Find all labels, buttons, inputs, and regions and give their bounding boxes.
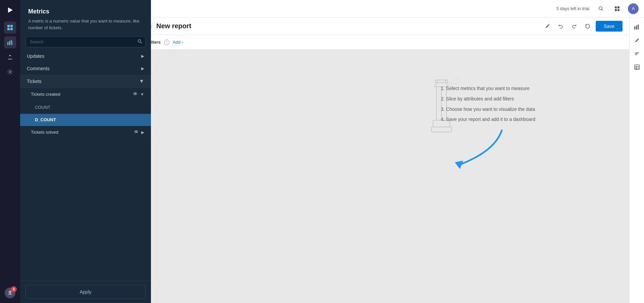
list-item-updates[interactable]: Updates ▶ bbox=[20, 50, 151, 62]
svg-point-41 bbox=[136, 131, 137, 132]
tickets-solved-label: Tickets solved bbox=[31, 130, 58, 135]
tickets-label: Tickets bbox=[27, 79, 42, 84]
modal-list: Updates ▶ Comments ▶ Tickets ▼ Tickets c… bbox=[20, 50, 151, 280]
search-input[interactable] bbox=[25, 36, 146, 47]
sub-item-count[interactable]: COUNT bbox=[20, 101, 151, 114]
tickets-solved-icons: ▶ bbox=[134, 129, 144, 135]
tickets-arrow-icon: ▼ bbox=[139, 78, 144, 84]
sub-item-tickets-solved[interactable]: Tickets solved ▶ bbox=[20, 126, 151, 139]
tickets-created-icons: ▼ bbox=[133, 91, 144, 97]
comments-arrow-icon: ▶ bbox=[141, 66, 144, 71]
svg-line-37 bbox=[141, 42, 142, 43]
tickets-created-chevron-icon[interactable]: ▼ bbox=[140, 92, 144, 97]
modal-search-area bbox=[25, 36, 146, 47]
modal-desc: A metric is a numeric value that you wan… bbox=[28, 18, 143, 31]
eye-icon[interactable] bbox=[133, 91, 138, 97]
modal-header: Metrics A metric is a numeric value that… bbox=[20, 0, 151, 36]
list-item-comments[interactable]: Comments ▶ bbox=[20, 62, 151, 75]
comments-label: Comments bbox=[27, 66, 50, 71]
svg-point-39 bbox=[135, 93, 136, 94]
apply-button[interactable]: Apply bbox=[25, 285, 146, 299]
dcount-label: D_COUNT bbox=[27, 117, 56, 122]
search-icon bbox=[138, 39, 142, 45]
tickets-solved-arrow-icon[interactable]: ▶ bbox=[141, 130, 144, 135]
sub-item-tickets-created[interactable]: Tickets created ▼ bbox=[20, 88, 151, 101]
tickets-created-label: Tickets created bbox=[31, 92, 60, 97]
count-label: COUNT bbox=[35, 105, 50, 110]
modal-overlay: Metrics A metric is a numeric value that… bbox=[0, 0, 644, 303]
svg-point-36 bbox=[138, 40, 141, 42]
modal-title: Metrics bbox=[28, 8, 143, 15]
updates-arrow-icon: ▶ bbox=[141, 54, 144, 58]
sub-item-dcount[interactable]: D_COUNT bbox=[20, 114, 151, 126]
modal-footer: Apply bbox=[20, 280, 151, 303]
metrics-modal: Metrics A metric is a numeric value that… bbox=[20, 0, 151, 303]
list-item-tickets[interactable]: Tickets ▼ bbox=[20, 75, 151, 88]
updates-label: Updates bbox=[27, 53, 44, 59]
tickets-solved-eye-icon[interactable] bbox=[134, 129, 139, 135]
